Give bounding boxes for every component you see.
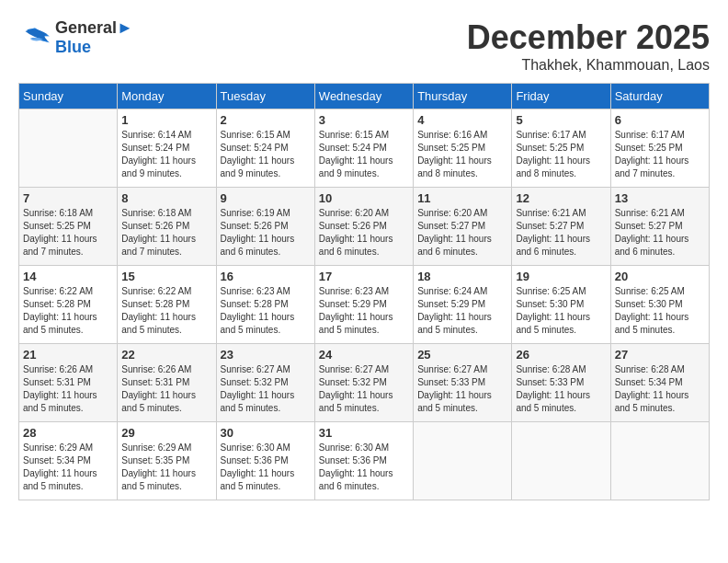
logo-text: General► Blue [55, 18, 133, 57]
header-sunday: Sunday [19, 84, 118, 109]
page-header: General► Blue December 2025 Thakhek, Kha… [18, 18, 710, 74]
day-info: Sunrise: 6:27 AM Sunset: 5:32 PM Dayligh… [221, 363, 311, 415]
day-info: Sunrise: 6:30 AM Sunset: 5:36 PM Dayligh… [221, 442, 311, 493]
day-number: 8 [121, 191, 211, 205]
day-info: Sunrise: 6:30 AM Sunset: 5:36 PM Dayligh… [319, 442, 409, 493]
table-row: 25Sunrise: 6:27 AM Sunset: 5:33 PM Dayli… [414, 344, 512, 422]
table-row: 12Sunrise: 6:21 AM Sunset: 5:27 PM Dayli… [512, 188, 610, 266]
table-row [512, 422, 610, 500]
day-number: 29 [121, 426, 211, 440]
table-row: 31Sunrise: 6:30 AM Sunset: 5:36 PM Dayli… [314, 422, 413, 500]
day-info: Sunrise: 6:22 AM Sunset: 5:28 PM Dayligh… [121, 285, 211, 337]
day-number: 10 [319, 191, 409, 205]
day-number: 4 [417, 113, 507, 127]
table-row: 3Sunrise: 6:15 AM Sunset: 5:24 PM Daylig… [314, 109, 413, 188]
day-number: 16 [221, 270, 311, 283]
day-info: Sunrise: 6:29 AM Sunset: 5:34 PM Dayligh… [23, 442, 113, 493]
day-info: Sunrise: 6:28 AM Sunset: 5:33 PM Dayligh… [516, 363, 606, 415]
day-info: Sunrise: 6:29 AM Sunset: 5:35 PM Dayligh… [121, 442, 211, 493]
calendar-table: Sunday Monday Tuesday Wednesday Thursday… [18, 83, 710, 500]
table-row: 1Sunrise: 6:14 AM Sunset: 5:24 PM Daylig… [118, 109, 216, 188]
day-info: Sunrise: 6:23 AM Sunset: 5:28 PM Dayligh… [221, 285, 311, 337]
day-info: Sunrise: 6:17 AM Sunset: 5:25 PM Dayligh… [516, 129, 606, 180]
table-row: 4Sunrise: 6:16 AM Sunset: 5:25 PM Daylig… [414, 109, 512, 188]
header-monday: Monday [118, 84, 216, 109]
table-row: 19Sunrise: 6:25 AM Sunset: 5:30 PM Dayli… [512, 266, 610, 344]
day-number: 1 [121, 113, 211, 127]
day-info: Sunrise: 6:18 AM Sunset: 5:26 PM Dayligh… [121, 207, 211, 259]
day-number: 3 [319, 113, 409, 127]
day-number: 18 [417, 270, 507, 283]
day-number: 11 [417, 191, 507, 205]
header-saturday: Saturday [610, 84, 709, 109]
table-row: 18Sunrise: 6:24 AM Sunset: 5:29 PM Dayli… [414, 266, 512, 344]
table-row: 24Sunrise: 6:27 AM Sunset: 5:32 PM Dayli… [314, 344, 413, 422]
day-info: Sunrise: 6:20 AM Sunset: 5:27 PM Dayligh… [417, 207, 507, 259]
day-number: 24 [319, 348, 409, 362]
table-row: 21Sunrise: 6:26 AM Sunset: 5:31 PM Dayli… [19, 344, 118, 422]
calendar-header-row: Sunday Monday Tuesday Wednesday Thursday… [19, 84, 710, 109]
day-info: Sunrise: 6:25 AM Sunset: 5:30 PM Dayligh… [516, 285, 606, 337]
table-row: 26Sunrise: 6:28 AM Sunset: 5:33 PM Dayli… [512, 344, 610, 422]
day-number: 13 [615, 191, 705, 205]
day-number: 27 [615, 348, 705, 362]
table-row [19, 109, 118, 188]
day-number: 21 [23, 348, 113, 362]
day-number: 28 [23, 426, 113, 440]
day-info: Sunrise: 6:25 AM Sunset: 5:30 PM Dayligh… [615, 285, 705, 337]
logo: General► Blue [18, 18, 133, 57]
table-row: 8Sunrise: 6:18 AM Sunset: 5:26 PM Daylig… [118, 188, 216, 266]
table-row: 29Sunrise: 6:29 AM Sunset: 5:35 PM Dayli… [118, 422, 216, 500]
table-row: 14Sunrise: 6:22 AM Sunset: 5:28 PM Dayli… [19, 266, 118, 344]
month-title: December 2025 [467, 18, 710, 57]
calendar-week-row: 21Sunrise: 6:26 AM Sunset: 5:31 PM Dayli… [19, 344, 710, 422]
day-number: 6 [615, 113, 705, 127]
day-info: Sunrise: 6:14 AM Sunset: 5:24 PM Dayligh… [121, 129, 211, 180]
table-row: 15Sunrise: 6:22 AM Sunset: 5:28 PM Dayli… [118, 266, 216, 344]
day-info: Sunrise: 6:27 AM Sunset: 5:32 PM Dayligh… [319, 363, 409, 415]
day-info: Sunrise: 6:21 AM Sunset: 5:27 PM Dayligh… [516, 207, 606, 259]
day-info: Sunrise: 6:15 AM Sunset: 5:24 PM Dayligh… [319, 129, 409, 180]
table-row: 28Sunrise: 6:29 AM Sunset: 5:34 PM Dayli… [19, 422, 118, 500]
location: Thakhek, Khammouan, Laos [467, 57, 710, 74]
day-number: 7 [23, 191, 113, 205]
day-number: 19 [516, 270, 606, 283]
table-row: 6Sunrise: 6:17 AM Sunset: 5:25 PM Daylig… [610, 109, 709, 188]
day-info: Sunrise: 6:26 AM Sunset: 5:31 PM Dayligh… [23, 363, 113, 415]
day-info: Sunrise: 6:16 AM Sunset: 5:25 PM Dayligh… [417, 129, 507, 180]
header-wednesday: Wednesday [314, 84, 413, 109]
day-number: 9 [221, 191, 311, 205]
day-number: 25 [417, 348, 507, 362]
table-row: 2Sunrise: 6:15 AM Sunset: 5:24 PM Daylig… [216, 109, 314, 188]
logo-icon [18, 25, 51, 51]
day-info: Sunrise: 6:15 AM Sunset: 5:24 PM Dayligh… [221, 129, 311, 180]
day-info: Sunrise: 6:24 AM Sunset: 5:29 PM Dayligh… [417, 285, 507, 337]
table-row: 13Sunrise: 6:21 AM Sunset: 5:27 PM Dayli… [610, 188, 709, 266]
day-info: Sunrise: 6:18 AM Sunset: 5:25 PM Dayligh… [23, 207, 113, 259]
day-info: Sunrise: 6:23 AM Sunset: 5:29 PM Dayligh… [319, 285, 409, 337]
header-thursday: Thursday [414, 84, 512, 109]
day-info: Sunrise: 6:20 AM Sunset: 5:26 PM Dayligh… [319, 207, 409, 259]
day-number: 31 [319, 426, 409, 440]
table-row: 11Sunrise: 6:20 AM Sunset: 5:27 PM Dayli… [414, 188, 512, 266]
day-number: 26 [516, 348, 606, 362]
day-number: 30 [221, 426, 311, 440]
day-number: 12 [516, 191, 606, 205]
table-row: 23Sunrise: 6:27 AM Sunset: 5:32 PM Dayli… [216, 344, 314, 422]
table-row: 20Sunrise: 6:25 AM Sunset: 5:30 PM Dayli… [610, 266, 709, 344]
day-number: 17 [319, 270, 409, 283]
day-number: 23 [221, 348, 311, 362]
day-info: Sunrise: 6:19 AM Sunset: 5:26 PM Dayligh… [221, 207, 311, 259]
table-row: 17Sunrise: 6:23 AM Sunset: 5:29 PM Dayli… [314, 266, 413, 344]
day-info: Sunrise: 6:26 AM Sunset: 5:31 PM Dayligh… [121, 363, 211, 415]
calendar-week-row: 14Sunrise: 6:22 AM Sunset: 5:28 PM Dayli… [19, 266, 710, 344]
day-number: 5 [516, 113, 606, 127]
table-row: 30Sunrise: 6:30 AM Sunset: 5:36 PM Dayli… [216, 422, 314, 500]
calendar-week-row: 28Sunrise: 6:29 AM Sunset: 5:34 PM Dayli… [19, 422, 710, 500]
table-row: 16Sunrise: 6:23 AM Sunset: 5:28 PM Dayli… [216, 266, 314, 344]
day-info: Sunrise: 6:28 AM Sunset: 5:34 PM Dayligh… [615, 363, 705, 415]
calendar-week-row: 7Sunrise: 6:18 AM Sunset: 5:25 PM Daylig… [19, 188, 710, 266]
day-info: Sunrise: 6:17 AM Sunset: 5:25 PM Dayligh… [615, 129, 705, 180]
day-info: Sunrise: 6:21 AM Sunset: 5:27 PM Dayligh… [615, 207, 705, 259]
day-info: Sunrise: 6:22 AM Sunset: 5:28 PM Dayligh… [23, 285, 113, 337]
